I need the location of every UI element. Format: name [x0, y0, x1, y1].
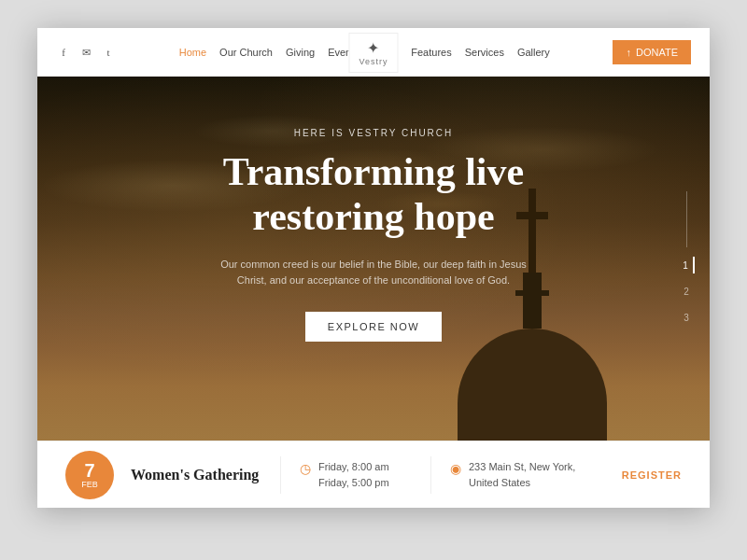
hero-title-line2: restoring hope: [252, 195, 494, 238]
slide-dot-3[interactable]: 3: [678, 309, 695, 326]
church-dome: [458, 329, 607, 441]
event-divider-2: [430, 456, 431, 494]
hero-section: HERE IS VESTRY CHURCH Transforming live …: [37, 77, 710, 441]
navbar: f ✉ t Home Our Church Giving Events ✦ Ve…: [37, 28, 710, 77]
social-links: f ✉ t: [56, 45, 116, 60]
donate-icon: ↑: [626, 47, 631, 58]
nav-links: Home Our Church Giving Events ✦ Vestry N…: [116, 47, 613, 58]
slide-dot-1[interactable]: 1: [678, 257, 695, 273]
event-location: ◉ 233 Main St, New York, United States: [450, 459, 575, 490]
event-name: Women's Gathering: [131, 467, 261, 483]
nav-home[interactable]: Home: [179, 47, 206, 58]
main-container: f ✉ t Home Our Church Giving Events ✦ Ve…: [37, 28, 710, 508]
hero-content: HERE IS VESTRY CHURCH Transforming live …: [37, 77, 710, 342]
hero-title-line1: Transforming live: [223, 150, 524, 193]
event-date-badge: 7 Feb: [65, 451, 114, 499]
event-location-text: 233 Main St, New York, United States: [469, 459, 575, 490]
event-strip: 7 Feb Women's Gathering ◷ Friday, 8:00 a…: [37, 441, 710, 508]
location-icon: ◉: [450, 461, 461, 477]
logo-icon: ✦: [367, 39, 379, 57]
event-date-month: Feb: [81, 480, 98, 489]
donate-button[interactable]: ↑ DONATE: [613, 40, 691, 64]
explore-now-button[interactable]: EXPLORE NOW: [305, 312, 442, 342]
clock-icon: ◷: [300, 461, 311, 477]
nav-our-church[interactable]: Our Church: [219, 47, 273, 58]
nav-giving[interactable]: Giving: [286, 47, 315, 58]
hero-eyebrow: HERE IS VESTRY CHURCH: [294, 128, 454, 138]
event-time-line1: Friday, 8:00 am: [318, 459, 389, 475]
slide-line-top: [686, 191, 687, 247]
nav-gallery[interactable]: Gallery: [517, 47, 550, 58]
event-location-line1: 233 Main St, New York,: [469, 459, 575, 475]
twitter-icon[interactable]: t: [101, 45, 116, 60]
slide-indicators: 1 2 3: [678, 191, 695, 326]
event-divider-1: [280, 456, 281, 494]
event-date-day: 7: [84, 461, 94, 480]
nav-services[interactable]: Services: [465, 47, 504, 58]
email-icon[interactable]: ✉: [78, 45, 93, 60]
site-logo: ✦ Vestry: [348, 33, 398, 73]
register-button[interactable]: REGISTER: [622, 469, 682, 481]
facebook-icon[interactable]: f: [56, 45, 71, 60]
event-location-line2: United States: [469, 475, 575, 491]
slide-dot-2[interactable]: 2: [678, 283, 695, 300]
hero-title: Transforming live restoring hope: [223, 149, 524, 240]
nav-features[interactable]: Features: [411, 47, 451, 58]
hero-subtitle: Our common creed is our belief in the Bi…: [215, 257, 532, 289]
event-time-line2: Friday, 5:00 pm: [318, 475, 389, 491]
event-time-text: Friday, 8:00 am Friday, 5:00 pm: [318, 459, 389, 490]
logo-text: Vestry: [359, 57, 388, 66]
event-time: ◷ Friday, 8:00 am Friday, 5:00 pm: [300, 459, 412, 490]
donate-label: DONATE: [636, 47, 678, 58]
